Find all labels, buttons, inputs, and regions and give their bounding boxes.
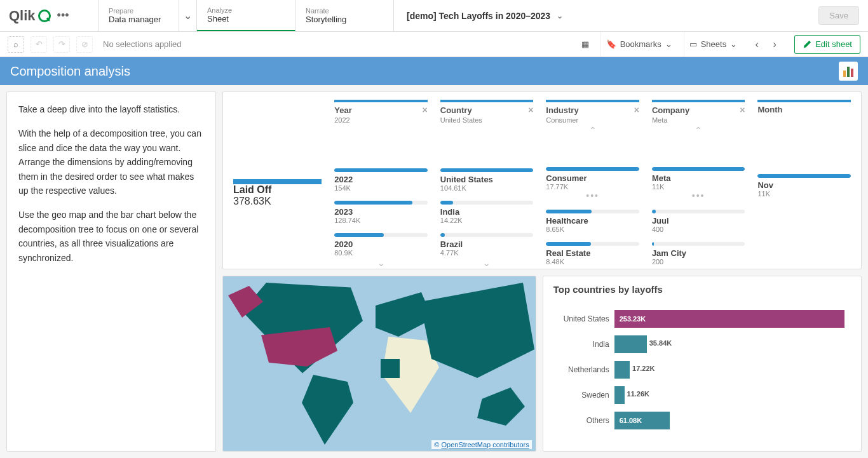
decomp-node[interactable]: Nov 11K — [757, 174, 851, 198]
tab-analyze[interactable]: Analyze Sheet — [197, 0, 295, 31]
tab-narrate[interactable]: Narrate Storytelling — [295, 0, 394, 31]
save-button: Save — [818, 6, 859, 25]
bar-fill: 61.08K — [614, 412, 670, 429]
decomp-column-industry: Industry× Consumer⌃ Consumer 17.77K ••• … — [546, 100, 639, 261]
bar-chart-panel[interactable]: Top countries by layoffs United States 2… — [543, 276, 862, 452]
sheet-title-banner: Composition analysis — [0, 57, 868, 85]
insight-badge-icon[interactable] — [839, 62, 858, 81]
selection-bar: ⌕ ↶ ↷ ⊘ No selections applied ▦ 🔖 Bookma… — [0, 32, 868, 57]
decomp-column-country: Country× United States United States 104… — [440, 100, 534, 261]
decomp-node[interactable]: Meta 11K ••• — [652, 167, 745, 201]
decomp-node[interactable]: Real Estate 8.48K — [546, 242, 639, 266]
bar-track: 253.23K — [614, 310, 851, 328]
bottom-row: © OpenStreetMap contributors Top countri… — [222, 276, 862, 452]
app-title-dropdown[interactable]: [demo] Tech Layoffs in 2020–2023 ⌄ — [394, 0, 818, 31]
geo-map[interactable]: © OpenStreetMap contributors — [222, 276, 536, 452]
decomp-node[interactable]: Juul 400 — [652, 210, 745, 233]
decomp-node[interactable]: India 14.22K — [440, 201, 534, 224]
top-navigation: Qlik ••• Prepare Data manager ⌄ Analyze … — [0, 0, 868, 32]
decomp-column-sub: United States — [440, 116, 534, 124]
decomp-node[interactable]: 2020 80.9K — [334, 233, 428, 257]
decomp-column-sub: Meta — [652, 116, 745, 124]
decomp-column-company: Company× Meta⌃ Meta 11K ••• Juul 400 Jam… — [652, 100, 745, 261]
map-region — [296, 375, 353, 445]
bar-value: 253.23K — [620, 315, 646, 323]
chevron-down-icon: ⌄ — [665, 39, 672, 49]
step-back-icon: ↶ — [31, 36, 47, 53]
decomp-column-header[interactable]: Month — [757, 100, 851, 114]
decomp-node[interactable]: Brazil 4.77K — [440, 233, 534, 257]
decomp-node[interactable]: 2022 154K — [334, 168, 428, 192]
tab-analyze-big: Sheet — [207, 14, 285, 24]
intro-paragraph-2: With the help of a decomposition tree, y… — [18, 126, 204, 198]
main-content: Take a deep dive into the layoff statist… — [0, 85, 868, 458]
chevron-down-icon[interactable]: ⌄ — [334, 257, 428, 269]
chevron-down-icon[interactable]: ⌄ — [652, 266, 745, 269]
chevron-down-icon[interactable]: ⌄ — [179, 0, 196, 31]
decomp-root-node[interactable]: Laid Off 378.63K — [233, 179, 322, 207]
decomp-node[interactable]: Consumer 17.77K ••• — [546, 167, 639, 201]
bar-row[interactable]: India 35.84K — [553, 332, 851, 357]
prev-sheet-button[interactable]: ‹ — [749, 36, 765, 53]
decomp-root-column: Laid Off 378.63K — [233, 100, 322, 261]
tab-prepare[interactable]: Prepare Data manager ⌄ — [98, 0, 197, 31]
bar-label: Others — [553, 416, 609, 425]
decomposition-tree[interactable]: Laid Off 378.63K Year× 2022 2022 154K 20… — [222, 91, 862, 269]
bar-value: 11.26K — [627, 390, 649, 398]
decomp-node[interactable]: 2023 128.74K — [334, 201, 428, 224]
decomp-node[interactable]: Jam City 200 — [652, 242, 745, 266]
bookmarks-dropdown[interactable]: 🔖 Bookmarks ⌄ — [600, 32, 677, 57]
bookmarks-label: Bookmarks — [620, 39, 661, 49]
sheet-icon: ▭ — [689, 39, 697, 49]
bar-track: 35.84K — [614, 335, 851, 353]
more-menu-icon[interactable]: ••• — [57, 9, 69, 22]
bar-value: 17.22K — [632, 365, 654, 372]
selections-tool-icon[interactable]: ▦ — [576, 32, 594, 57]
chevron-up-icon[interactable]: ⌃ — [546, 124, 639, 137]
chevron-up-icon[interactable]: ⌃ — [652, 124, 745, 137]
close-icon[interactable]: × — [634, 105, 639, 115]
pencil-icon — [803, 40, 811, 49]
decomp-node[interactable]: United States 104.61K — [440, 168, 534, 192]
decomp-column-year: Year× 2022 2022 154K 2023 128.74K 2020 8… — [334, 100, 428, 261]
chevron-down-icon[interactable]: ⌄ — [440, 257, 534, 269]
bar-fill — [614, 335, 647, 353]
chevron-down-icon[interactable]: ⌄ — [546, 266, 639, 269]
more-dots-icon[interactable]: ••• — [546, 191, 639, 201]
intro-text-panel: Take a deep dive into the layoff statist… — [6, 91, 216, 452]
bar-fill — [614, 361, 630, 379]
osm-link[interactable]: OpenStreetMap contributors — [442, 441, 529, 448]
tab-narrate-big: Storytelling — [306, 15, 383, 24]
bar-row[interactable]: Others 61.08K — [553, 408, 851, 433]
next-sheet-button[interactable]: › — [766, 36, 783, 53]
close-icon[interactable]: × — [740, 105, 745, 115]
step-forward-icon: ↷ — [53, 36, 70, 53]
bar-row[interactable]: Netherlands 17.22K — [553, 357, 851, 382]
decomp-column-header[interactable]: Company× — [652, 100, 745, 115]
decomp-column-header[interactable]: Country× — [440, 100, 534, 115]
sheets-dropdown[interactable]: ▭ Sheets ⌄ — [684, 32, 742, 57]
decomp-column-header[interactable]: Industry× — [546, 100, 639, 115]
map-attribution: © OpenStreetMap contributors — [431, 440, 531, 449]
tab-analyze-small: Analyze — [207, 6, 285, 14]
tab-prepare-big: Data manager — [109, 15, 171, 24]
edit-sheet-button[interactable]: Edit sheet — [794, 35, 860, 54]
decomp-node[interactable]: Healthcare 8.65K — [546, 210, 639, 233]
map-region — [381, 359, 400, 378]
bar-track: 17.22K — [614, 361, 851, 379]
app-title-text: [demo] Tech Layoffs in 2020–2023 — [407, 11, 550, 21]
more-dots-icon[interactable]: ••• — [652, 191, 745, 201]
clear-selections-icon: ⊘ — [76, 36, 93, 53]
logo-area: Qlik ••• — [0, 0, 98, 31]
close-icon[interactable]: × — [528, 105, 533, 115]
bar-row[interactable]: United States 253.23K — [553, 306, 851, 332]
decomp-column-month: Month Nov 11K — [757, 100, 851, 261]
bar-row[interactable]: Sweden 11.26K — [553, 382, 851, 408]
right-column: Laid Off 378.63K Year× 2022 2022 154K 20… — [222, 91, 862, 452]
close-icon[interactable]: × — [423, 105, 428, 115]
chevron-down-icon: ⌄ — [557, 11, 563, 20]
decomp-column-header[interactable]: Year× — [334, 100, 428, 115]
tab-prepare-small: Prepare — [109, 7, 171, 15]
smart-search-icon[interactable]: ⌕ — [8, 36, 24, 53]
qlik-q-icon — [38, 10, 51, 22]
